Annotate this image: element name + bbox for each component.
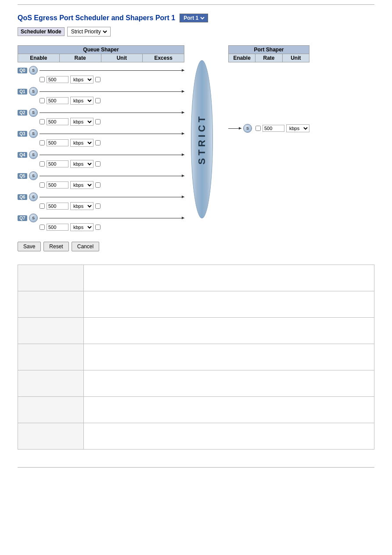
queue-rate-q0[interactable] (47, 76, 68, 83)
queue-rate-q4[interactable] (47, 160, 68, 167)
table-row (18, 370, 374, 397)
scheduler-mode-select[interactable]: Strict PriorityWeighted (69, 28, 108, 35)
col-unit: Unit (101, 54, 143, 62)
shaper-circle-q7: S (29, 214, 38, 222)
queue-rate-q7[interactable] (47, 224, 68, 231)
table-cell-col1 (18, 291, 84, 318)
buttons-row: Save Reset Cancel (18, 242, 374, 251)
queue-label-q6: Q6 (18, 194, 27, 200)
queue-label-q0: Q0 (18, 68, 27, 73)
queue-rate-q5[interactable] (47, 181, 68, 189)
strict-ellipse-container: STRICT (189, 45, 215, 233)
queue-enable-q4[interactable] (40, 161, 45, 167)
queue-line-q4 (40, 155, 184, 155)
queue-enable-q2[interactable] (40, 119, 45, 124)
table-cell-col1 (18, 318, 84, 344)
reset-button[interactable]: Reset (43, 242, 68, 251)
queue-unit-q1[interactable]: kbpsMbps (70, 97, 94, 105)
queue-enable-q5[interactable] (40, 182, 45, 188)
queue-line-q5 (40, 176, 184, 176)
queue-unit-q6[interactable]: kbpsMbps (70, 202, 94, 210)
port-selector[interactable]: Port 1Port 2Port 3Port 4Port 5Port 6Port… (180, 14, 208, 22)
queue-enable-q0[interactable] (40, 77, 45, 82)
strict-ellipse: STRICT (191, 60, 213, 218)
queue-wrapper-q3: Q3SkbpsMbps (18, 129, 184, 147)
port-col-unit: Unit (283, 54, 309, 62)
table-row (18, 344, 374, 370)
queue-label-q7: Q7 (18, 215, 27, 221)
port-shaper-rate-input[interactable] (263, 125, 284, 132)
queue-subrow-q3: kbpsMbps (40, 139, 184, 147)
port-shaper-enable-checkbox[interactable] (255, 126, 261, 131)
port-shaper-header: Port Shaper (228, 45, 309, 54)
col-enable: Enable (18, 54, 60, 62)
queue-excess-q3[interactable] (95, 140, 101, 145)
queue-enable-q1[interactable] (40, 98, 45, 103)
queue-excess-q7[interactable] (95, 225, 101, 230)
queue-wrapper-q1: Q1SkbpsMbps (18, 87, 184, 105)
scheduler-mode-value[interactable]: Strict PriorityWeighted (67, 27, 111, 36)
table-row (18, 318, 374, 344)
diagram-container: Queue Shaper Enable Rate Unit Excess Q0S… (18, 45, 374, 233)
bottom-rule (18, 467, 374, 468)
queue-line-q0 (40, 70, 184, 71)
queue-shaper-cols: Enable Rate Unit Excess (18, 54, 184, 62)
queue-unit-q5[interactable]: kbpsMbps (70, 181, 94, 189)
cancel-button[interactable]: Cancel (72, 242, 99, 251)
queue-line-q1 (40, 91, 184, 92)
queue-unit-q2[interactable]: kbpsMbps (70, 118, 94, 126)
queue-excess-q4[interactable] (95, 161, 101, 167)
queue-row-q6: Q6S (18, 192, 184, 201)
table-cell-col2 (84, 318, 374, 344)
queue-unit-q3[interactable]: kbpsMbps (70, 139, 94, 147)
shaper-circle-q6: S (29, 192, 38, 201)
queue-enable-q3[interactable] (40, 140, 45, 145)
queue-unit-q0[interactable]: kbpsMbps (70, 76, 94, 83)
queue-wrapper-q5: Q5SkbpsMbps (18, 171, 184, 189)
port-shaper-cols: Enable Rate Unit (228, 54, 309, 62)
queue-rate-q3[interactable] (47, 139, 68, 146)
table-row (18, 423, 374, 450)
port-shaper-row: S kbps Mbps (228, 124, 309, 133)
table-cell-col2 (84, 291, 374, 318)
page-title-row: QoS Egress Port Scheduler and Shapers Po… (18, 14, 374, 22)
queue-excess-q6[interactable] (95, 203, 101, 209)
queue-label-q5: Q5 (18, 173, 27, 179)
queue-label-q1: Q1 (18, 89, 27, 94)
port-select[interactable]: Port 1Port 2Port 3Port 4Port 5Port 6Port… (182, 15, 206, 22)
queue-enable-q6[interactable] (40, 203, 45, 209)
port-shaper-unit-select[interactable]: kbps Mbps (286, 124, 309, 132)
shaper-circle-q2: S (29, 108, 38, 117)
queue-rate-q1[interactable] (47, 97, 68, 104)
shaper-circle-q4: S (29, 150, 38, 159)
queue-excess-q2[interactable] (95, 119, 101, 124)
save-button[interactable]: Save (18, 242, 41, 251)
port-col-enable: Enable (229, 54, 255, 62)
port-shaper-subrow: kbps Mbps (255, 124, 309, 132)
queue-subrow-q6: kbpsMbps (40, 202, 184, 210)
port-shaper-circle: S (243, 124, 252, 133)
queue-excess-q5[interactable] (95, 182, 101, 188)
queue-rows-container: Q0SkbpsMbpsQ1SkbpsMbpsQ2SkbpsMbpsQ3Skbps… (18, 66, 184, 231)
queue-unit-q7[interactable]: kbpsMbps (70, 223, 94, 231)
queue-enable-q7[interactable] (40, 225, 45, 230)
table-cell-col1 (18, 265, 84, 291)
queue-unit-q4[interactable]: kbpsMbps (70, 160, 94, 168)
scheduler-mode-label: Scheduler Mode (18, 27, 65, 36)
page-title: QoS Egress Port Scheduler and Shapers Po… (18, 14, 175, 22)
col-excess: Excess (143, 54, 184, 62)
queue-excess-q1[interactable] (95, 98, 101, 103)
shaper-circle-q5: S (29, 171, 38, 180)
queue-excess-q0[interactable] (95, 77, 101, 82)
queue-line-q2 (40, 112, 184, 113)
port-col-rate: Rate (255, 54, 282, 62)
queue-rate-q6[interactable] (47, 203, 68, 210)
queue-wrapper-q7: Q7SkbpsMbps (18, 214, 184, 231)
table-cell-col2 (84, 397, 374, 423)
queue-rate-q2[interactable] (47, 118, 68, 125)
queue-wrapper-q6: Q6SkbpsMbps (18, 192, 184, 210)
table-cell-col1 (18, 423, 84, 450)
port-shaper-section: Port Shaper Enable Rate Unit S kbps Mbps (228, 45, 309, 133)
queue-shaper-header: Queue Shaper (18, 45, 184, 54)
shaper-circle-q1: S (29, 87, 38, 96)
